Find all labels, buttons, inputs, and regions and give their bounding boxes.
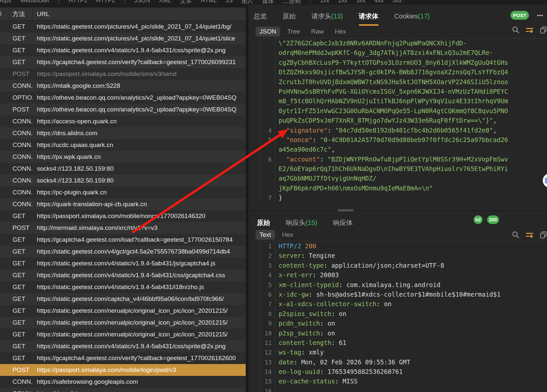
table-row[interactable]: GEThttps://gcaptcha4.geetest.com/load?ca… bbox=[0, 234, 246, 246]
request-tab[interactable]: Cookies(17) bbox=[394, 7, 430, 26]
row-url: https://otheve.beacon.qq.com/analytics/v… bbox=[33, 94, 246, 101]
table-row[interactable]: GEThttps://static.geetest.com/v4/static/… bbox=[0, 269, 246, 281]
table-row[interactable]: GEThttps://gcaptcha4.geetest.com/verify?… bbox=[0, 56, 246, 68]
table-row[interactable]: POSThttp://mermaid.ximalaya.com/xrc/rt/v… bbox=[0, 222, 246, 234]
table-row[interactable]: GEThttps://static.geetest.com/v4/gct/gct… bbox=[0, 246, 246, 257]
filter-item[interactable]: XML bbox=[159, 0, 171, 5]
request-tab[interactable]: 总览 bbox=[254, 7, 267, 26]
request-format-tab[interactable]: JSON bbox=[256, 27, 280, 37]
code-line: 15eo-cache-status: MISS bbox=[260, 377, 547, 386]
splitter-handle[interactable] bbox=[338, 209, 354, 211]
row-url: https://mtalk.google.com:5228 bbox=[33, 82, 246, 89]
table-row[interactable]: GEThttps://passport.ximalaya.com/mobile/… bbox=[0, 210, 246, 222]
table-row[interactable]: POSThttps://passport.ximalaya.com/mobile… bbox=[0, 364, 246, 376]
panel-splitter-vertical[interactable] bbox=[246, 5, 248, 392]
table-row[interactable]: GEThttps://static.geetest.com/v4/static/… bbox=[0, 44, 246, 56]
filter-item[interactable]: 文本 bbox=[180, 0, 192, 5]
row-method: GET bbox=[9, 307, 33, 314]
column-header-method[interactable]: 方法 bbox=[9, 8, 33, 20]
table-row[interactable]: CONN...https://access-open.quark.cn bbox=[0, 115, 246, 127]
filter-item[interactable]: Websocket bbox=[20, 0, 49, 5]
filter-item[interactable]: 2xx bbox=[338, 0, 347, 5]
table-row[interactable]: GEThttps://static.geetest.com/nerualpic/… bbox=[0, 305, 246, 317]
table-row[interactable]: POSThttps://otheve.beacon.qq.com/analyti… bbox=[0, 104, 246, 115]
request-format-tab[interactable]: Raw bbox=[307, 27, 328, 37]
line-content: a45ea90ed6c7c", bbox=[275, 145, 547, 154]
line-content: xm-client-typeid: com.ximalaya.ting.andr… bbox=[275, 280, 547, 290]
request-list-panel: 标 方法 URL GEThttps://static.geetest.com/p… bbox=[0, 8, 246, 392]
table-row[interactable]: CONN...https://ucdc.upaas.quark.cn bbox=[0, 139, 246, 151]
table-row[interactable]: CONN...https://pc-plugin.quark.cn bbox=[0, 186, 246, 198]
table-row[interactable]: OPTIO...https://otheve.beacon.qq.com/ana… bbox=[0, 92, 246, 104]
table-row[interactable]: GEThttps://static.geetest.com/v4/static/… bbox=[0, 340, 246, 352]
request-format-tab[interactable]: Tree bbox=[284, 27, 304, 37]
request-tab[interactable]: 原始 bbox=[283, 7, 296, 26]
row-url: socks4://123.182.50.159:80 bbox=[33, 177, 246, 184]
column-header-url[interactable]: URL bbox=[33, 11, 246, 18]
row-method: GET bbox=[9, 212, 33, 220]
response-body-editor[interactable]: 1HTTP/2 2002server: Tengine3content-type… bbox=[260, 241, 547, 392]
row-method: CONN... bbox=[9, 378, 33, 385]
code-line: 0ytr1IrFZ51nVwGC23G0OuRbACNMOPqQe55-LpN0… bbox=[260, 106, 547, 116]
table-row[interactable]: CONN...https://dns.alidns.com bbox=[0, 388, 246, 392]
code-line: 12ws-tag: xmly bbox=[260, 348, 547, 357]
filter-item[interactable]: JS bbox=[226, 0, 233, 5]
table-row[interactable]: GEThttps://static.geetest.com/captcha_v4… bbox=[0, 293, 246, 305]
filter-item[interactable]: 5xx bbox=[392, 0, 402, 5]
request-tab[interactable]: 请求头(13) bbox=[311, 7, 343, 26]
table-row[interactable]: GEThttps://static.geetest.com/v4/static/… bbox=[0, 257, 246, 269]
line-number bbox=[260, 67, 275, 77]
filter-item[interactable]: HTTP1 bbox=[68, 0, 87, 5]
search-icon[interactable] bbox=[511, 26, 520, 34]
code-line: PsHVNnw5sBRYhFvPVG-XGiOYcmsISGV_5xpn6KJW… bbox=[260, 87, 547, 96]
table-row[interactable]: GEThttps://static.geetest.com/pictures/v… bbox=[0, 33, 246, 44]
line-content: jKpFB6pkrdPD+h66\nmxOsMDnmu9qIeMaE8mA=\n… bbox=[275, 184, 547, 193]
table-row[interactable]: CONN...https://safebrowsing.googleapis.c… bbox=[0, 376, 246, 388]
filter-item[interactable]: 媒体 bbox=[262, 0, 274, 5]
table-row[interactable]: CONN...https://quark-translation-api-zb.… bbox=[0, 198, 246, 210]
table-row[interactable]: CONN...https://mtalk.google.com:5228 bbox=[0, 80, 246, 92]
tab-label: 响应头 bbox=[286, 218, 306, 227]
request-format-tab[interactable]: Hex bbox=[331, 27, 350, 37]
request-tab[interactable]: 请求体 bbox=[359, 7, 379, 26]
response-format-tab[interactable]: Text bbox=[256, 230, 275, 240]
search-icon[interactable] bbox=[511, 231, 520, 239]
request-body-editor[interactable]: \"2Z76G2CapbcJxb3z0NRv6ARDNnFnjq2PupWPaQ… bbox=[260, 38, 547, 204]
filter-item[interactable]: JSON bbox=[134, 0, 150, 5]
table-row[interactable]: GEThttps://static.geetest.com/pictures/v… bbox=[0, 21, 246, 33]
response-format-tab[interactable]: Hex bbox=[278, 230, 297, 240]
filter-item[interactable]: Https bbox=[0, 0, 11, 5]
table-row[interactable]: CONN...https://px.wpk.quark.cn bbox=[0, 151, 246, 163]
copy-icon[interactable] bbox=[539, 26, 547, 34]
filter-item[interactable]: 1xx bbox=[320, 0, 329, 5]
filter-item[interactable]: 图片 bbox=[241, 0, 253, 5]
table-row[interactable]: GEThttps://gcaptcha4.geetest.com/verify?… bbox=[0, 352, 246, 364]
row-method: OPTIO... bbox=[9, 94, 33, 101]
table-row[interactable]: CONN...https://dns.alidns.com bbox=[0, 127, 246, 139]
column-header-icon[interactable]: 标 bbox=[0, 8, 9, 20]
row-method: GET bbox=[9, 35, 33, 42]
row-url: https://static.geetest.com/pictures/v4_p… bbox=[33, 23, 246, 30]
word-wrap-icon[interactable] bbox=[525, 26, 534, 34]
panel-splitter-horizontal[interactable] bbox=[248, 210, 547, 211]
row-method: CONN... bbox=[9, 153, 33, 160]
filter-item[interactable]: HTTP2 bbox=[96, 0, 115, 5]
copy-icon[interactable] bbox=[539, 231, 547, 239]
table-row[interactable]: GEThttps://static.geetest.com/nerualpic/… bbox=[0, 329, 246, 340]
more-options-icon[interactable]: ••• bbox=[537, 12, 543, 18]
filter-item[interactable]: HTML bbox=[201, 0, 217, 5]
word-wrap-icon[interactable] bbox=[525, 231, 534, 239]
filter-item[interactable]: 二进制 bbox=[283, 0, 301, 5]
row-url: https://passport.ximalaya.com/mobile/non… bbox=[33, 212, 246, 220]
filter-item[interactable]: 3xx bbox=[356, 0, 365, 5]
row-method: GET bbox=[9, 355, 33, 362]
filter-item[interactable]: 4xx bbox=[374, 0, 384, 5]
table-row[interactable]: GEThttps://static.geetest.com/nerualpic/… bbox=[0, 317, 246, 329]
row-url: http://mermaid.ximalaya.com/xrc/rt/v1?v=… bbox=[33, 224, 246, 232]
row-url: https://static.geetest.com/nerualpic/ori… bbox=[33, 307, 246, 314]
table-row[interactable]: CONN...socks4://123.182.50.159:80 bbox=[0, 175, 246, 186]
table-row[interactable]: CONN...socks4://123.182.50.159:80 bbox=[0, 163, 246, 175]
line-number bbox=[260, 58, 275, 67]
table-row[interactable]: GEThttps://static.geetest.com/v4/static/… bbox=[0, 281, 246, 293]
table-row[interactable]: POSThttps://passport.ximalaya.com/mobile… bbox=[0, 68, 246, 80]
